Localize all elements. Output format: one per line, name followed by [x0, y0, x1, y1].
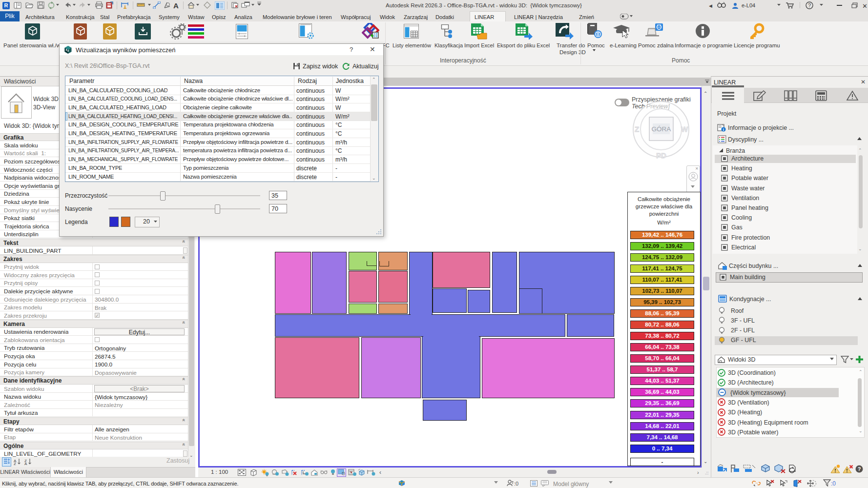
svg-text:?: ? — [858, 466, 861, 472]
svg-text:?: ? — [808, 2, 811, 8]
svg-text:Z: Z — [635, 125, 639, 133]
svg-text:Z: Z — [14, 462, 16, 465]
svg-text:W: W — [681, 125, 688, 133]
svg-text:PD: PD — [656, 151, 666, 160]
svg-text:A: A — [24, 462, 27, 465]
svg-text:GÓRA: GÓRA — [652, 125, 671, 133]
